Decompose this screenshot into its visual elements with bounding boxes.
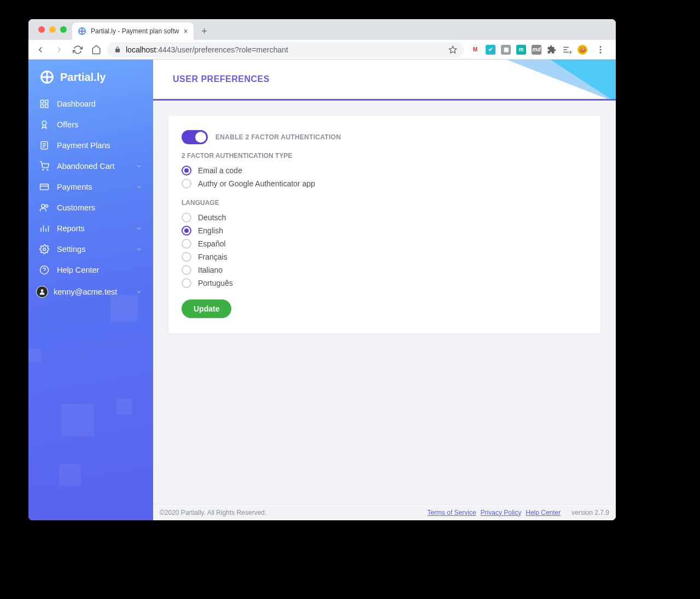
radio-icon [182, 278, 191, 288]
footer-version: version 2.7.9 [571, 509, 609, 516]
svg-point-10 [42, 121, 46, 125]
footer-help-link[interactable]: Help Center [526, 509, 561, 516]
radio-label: English [198, 226, 223, 235]
extensions-button[interactable] [547, 45, 557, 55]
language-option[interactable]: Português [182, 277, 587, 290]
sidebar-item-settings[interactable]: Settings [28, 239, 153, 260]
sidebar-item-label: Payment Plans [57, 141, 110, 150]
svg-rect-14 [40, 184, 49, 190]
forward-button[interactable] [51, 42, 67, 57]
radio-label: Authy or Google Authenticator app [198, 179, 315, 188]
svg-rect-6 [40, 100, 43, 103]
settings-icon [39, 244, 49, 254]
sidebar-item-help-center[interactable]: Help Center [28, 260, 153, 280]
radio-icon [182, 239, 191, 249]
two-factor-toggle-row: ENABLE 2 FACTOR AUTHENTICATION [182, 130, 587, 144]
tab-bar: Partial.ly - Payment plan softw × + [28, 19, 616, 40]
cart-icon [39, 161, 49, 171]
language-option[interactable]: Italiano [182, 263, 587, 277]
maximize-window-button[interactable] [60, 26, 67, 33]
new-tab-button[interactable]: + [197, 24, 212, 39]
user-avatar-icon [36, 286, 48, 298]
sidebar-item-label: Abandoned Cart [57, 162, 115, 171]
radio-label: Email a code [198, 166, 242, 175]
language-option[interactable]: Español [182, 237, 587, 250]
close-window-button[interactable] [38, 26, 45, 33]
svg-point-3 [600, 49, 602, 50]
help-icon [39, 265, 49, 275]
gmail-ext-icon[interactable]: M [470, 45, 480, 55]
extension-icons: M ✔ ▦ m md 🍪 [467, 42, 611, 57]
language-option[interactable]: Français [182, 250, 587, 263]
sidebar-item-dashboard[interactable]: Dashboard [28, 93, 153, 114]
url-host: localhost:4443/user/preferences?role=mer… [126, 45, 288, 54]
two-factor-toggle-label: ENABLE 2 FACTOR AUTHENTICATION [215, 133, 341, 141]
reload-button[interactable] [70, 42, 85, 57]
sidebar-item-label: Offers [57, 120, 78, 129]
chevron-down-icon [136, 225, 142, 232]
svg-rect-9 [45, 105, 48, 108]
auth-type-option[interactable]: Email a code [182, 164, 587, 177]
svg-point-19 [41, 289, 44, 292]
update-button[interactable]: Update [182, 300, 231, 318]
two-factor-toggle[interactable] [182, 130, 208, 144]
sidebar-item-label: Reports [57, 224, 85, 233]
language-option[interactable]: English [182, 224, 587, 237]
app-root: Partial.ly DashboardOffersPayment PlansA… [28, 60, 616, 520]
sidebar-item-abandoned-cart[interactable]: Abandoned Cart [28, 156, 153, 177]
browser-menu-button[interactable] [593, 42, 608, 57]
sidebar-item-reports[interactable]: Reports [28, 218, 153, 239]
home-button[interactable] [89, 42, 104, 57]
user-email: kenny@acme.test [54, 287, 117, 296]
radio-icon [182, 252, 191, 262]
sidebar-nav: DashboardOffersPayment PlansAbandoned Ca… [28, 91, 153, 303]
minimize-window-button[interactable] [49, 26, 56, 33]
favicon-icon [78, 27, 86, 36]
profile-avatar-icon[interactable]: 🍪 [578, 45, 587, 55]
radio-icon [182, 179, 191, 189]
preferences-card: ENABLE 2 FACTOR AUTHENTICATION 2 FACTOR … [168, 116, 600, 333]
ext-icon-3[interactable]: ▦ [501, 45, 511, 55]
auth-type-label: 2 FACTOR AUTHENTICATION TYPE [182, 152, 587, 160]
reports-icon [39, 224, 49, 233]
language-option[interactable]: Deutsch [182, 211, 587, 224]
lock-icon [114, 46, 121, 54]
svg-point-4 [600, 51, 602, 53]
footer: ©2020 Partially. All Rights Reserved. Te… [153, 504, 616, 520]
sidebar-item-payments[interactable]: Payments [28, 177, 153, 197]
footer-privacy-link[interactable]: Privacy Policy [481, 509, 522, 516]
ext-icon-2[interactable]: ✔ [486, 45, 495, 55]
radio-icon [182, 166, 191, 175]
sidebar-user[interactable]: kenny@acme.test [28, 280, 153, 303]
radio-icon [182, 265, 191, 275]
auth-type-option[interactable]: Authy or Google Authenticator app [182, 177, 587, 190]
offers-icon [39, 120, 49, 130]
url-input[interactable]: localhost:4443/user/preferences?role=mer… [107, 42, 464, 57]
radio-label: Português [198, 279, 233, 287]
customers-icon [39, 203, 49, 213]
chevron-down-icon [136, 246, 142, 252]
footer-tos-link[interactable]: Terms of Service [427, 509, 476, 516]
payments-icon [39, 182, 49, 192]
sidebar-item-customers[interactable]: Customers [28, 197, 153, 218]
sidebar-item-offers[interactable]: Offers [28, 114, 153, 135]
svg-point-2 [600, 46, 602, 48]
address-bar: localhost:4443/user/preferences?role=mer… [28, 40, 616, 60]
radio-icon [182, 226, 191, 236]
ext-icon-5[interactable]: md [532, 45, 541, 55]
svg-point-15 [42, 204, 45, 208]
plans-icon [39, 140, 49, 150]
ext-icon-4[interactable]: m [516, 45, 526, 55]
page-title: USER PREFERENCES [173, 74, 270, 84]
page-header: USER PREFERENCES [153, 60, 616, 101]
close-tab-button[interactable]: × [183, 27, 188, 36]
svg-rect-7 [45, 100, 48, 103]
ext-icon-6[interactable] [562, 45, 572, 55]
language-group: DeutschEnglishEspañolFrançaisItalianoPor… [182, 211, 587, 290]
sidebar-item-label: Settings [57, 245, 85, 254]
sidebar-item-payment-plans[interactable]: Payment Plans [28, 135, 153, 156]
bookmark-icon[interactable] [448, 45, 457, 54]
back-button[interactable] [33, 42, 48, 57]
window-controls [33, 19, 72, 40]
browser-tab[interactable]: Partial.ly - Payment plan softw × [72, 22, 194, 40]
